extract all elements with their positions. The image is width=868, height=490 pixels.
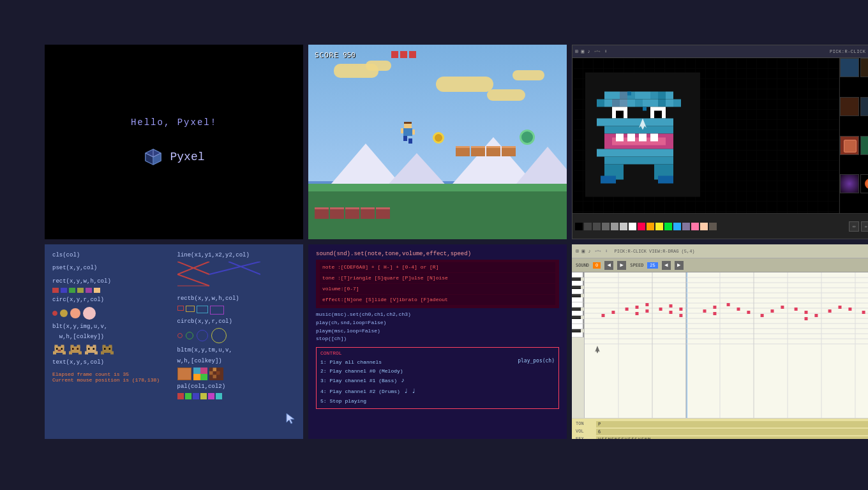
color-7[interactable] <box>638 223 645 230</box>
color-3[interactable] <box>602 223 610 230</box>
control-lines: 1: Play all channels 2: Play channel #0 … <box>320 358 511 406</box>
svg-rect-126 <box>645 303 648 306</box>
key-a4[interactable] <box>572 281 584 286</box>
bottom-data-grid: TON P VOL 6 EFX VFFNFNFFVFFSVFNN <box>576 421 868 439</box>
sprite-panel[interactable] <box>839 58 868 213</box>
svg-rect-69 <box>72 348 74 350</box>
sound-code-music: music(msc).set(ch0,ch1,ch2,ch3) <box>316 311 559 319</box>
svg-rect-34 <box>673 100 681 107</box>
panel-api: cls(col) pset(x,y,col) rect(x,y,w,h,col)… <box>45 244 303 439</box>
api-section: cls(col) pset(x,y,col) rect(x,y,w,h,col)… <box>52 251 296 428</box>
mouse-cursor-indicator <box>177 412 296 428</box>
svg-rect-67 <box>71 345 74 348</box>
svg-rect-11 <box>408 138 412 144</box>
svg-rect-24 <box>597 100 604 107</box>
color-14[interactable] <box>700 223 708 230</box>
svg-rect-143 <box>805 311 808 314</box>
svg-rect-23 <box>666 92 673 100</box>
svg-rect-142 <box>795 308 798 311</box>
color-4[interactable] <box>611 223 618 230</box>
ground-block <box>330 207 344 219</box>
control-title: CONTROL <box>320 350 555 356</box>
music-controls-bar: SOUND 0 ◀ ▶ SPEED 25 ◀ ▶ ▶ ⏸ <box>572 258 868 272</box>
circb-demo <box>177 328 296 343</box>
svg-rect-30 <box>643 100 650 107</box>
efx-label: EFX <box>576 436 595 439</box>
svg-rect-61 <box>56 348 58 350</box>
svg-rect-9 <box>403 128 412 136</box>
svg-rect-70 <box>77 348 79 350</box>
text-demo: Elapsed frame count is 35 Current mouse … <box>52 371 171 383</box>
svg-rect-10 <box>403 136 407 141</box>
svg-rect-28 <box>627 100 635 107</box>
color-5[interactable] <box>620 223 627 230</box>
sound-prev[interactable]: ◀ <box>604 261 613 270</box>
color-8[interactable] <box>647 223 654 230</box>
color-2[interactable] <box>593 223 601 230</box>
svg-rect-26 <box>612 100 620 107</box>
key-b3[interactable] <box>572 324 584 329</box>
speed-next[interactable]: ▶ <box>675 261 684 270</box>
cloud-2 <box>366 61 391 71</box>
music-grid[interactable] <box>585 272 868 418</box>
tool-pencil[interactable]: ✏ <box>861 221 868 232</box>
tool-select[interactable]: ▭ <box>849 221 859 232</box>
editor-canvas[interactable] <box>572 58 839 213</box>
api-bltm-1: bltm(x,y,tm,u,v, <box>177 346 296 355</box>
line-demo <box>177 262 296 290</box>
key-c5[interactable] <box>572 272 584 278</box>
svg-rect-19 <box>635 92 643 100</box>
key-c4[interactable] <box>572 319 584 324</box>
key-a3[interactable] <box>572 332 584 338</box>
ctrl-line-2: 2: Play channel #0 (Melody) <box>320 367 511 376</box>
color-6[interactable] <box>629 223 636 230</box>
svg-rect-29 <box>635 100 643 107</box>
color-9[interactable] <box>655 223 663 230</box>
key-e4[interactable] <box>572 302 584 308</box>
color-13[interactable] <box>691 223 699 230</box>
vol-label: VOL <box>576 429 595 435</box>
cloud-5 <box>513 70 544 80</box>
svg-rect-62 <box>61 348 63 350</box>
color-0[interactable] <box>575 223 583 230</box>
toolbar-hint-text: PICK:R-CLICK VIEW:R-DRAG (5,4) <box>830 49 868 54</box>
color-10[interactable] <box>664 223 672 230</box>
svg-rect-147 <box>839 306 842 309</box>
circ-demo <box>52 307 171 320</box>
api-left-col: cls(col) pset(x,y,col) rect(x,y,w,h,col)… <box>52 251 171 428</box>
color-1[interactable] <box>584 223 592 230</box>
svg-rect-45 <box>639 134 647 142</box>
sprite-canvas[interactable] <box>585 71 700 198</box>
speed-prev[interactable]: ◀ <box>662 261 671 270</box>
hello-text: Hello, Pyxel! <box>131 117 217 128</box>
sound-next[interactable]: ▶ <box>617 261 626 270</box>
control-content: 1: Play all channels 2: Play channel #0 … <box>320 358 555 406</box>
api-text: text(x,y,s,col) <box>52 358 171 367</box>
color-palette[interactable]: ▭ ✏ ⬜ ○ ● → <box>572 213 868 239</box>
pyxel-label: Pyxel <box>170 151 204 163</box>
sound-params-box: note :[CDEF6A8] + [ H-] + [0-4] or [R] t… <box>316 260 559 308</box>
play-pos-display: play_pos(ch) <box>511 358 555 406</box>
svg-rect-74 <box>87 345 90 348</box>
ground-block <box>376 207 390 219</box>
color-11[interactable] <box>673 223 681 230</box>
ground-block <box>345 207 359 219</box>
ground-top <box>308 184 567 191</box>
svg-rect-138 <box>747 311 750 314</box>
svg-rect-31 <box>650 100 658 107</box>
key-f4[interactable] <box>572 297 584 302</box>
sound-code-play: play(ch,snd,loop=False) <box>316 319 559 327</box>
key-d4[interactable] <box>572 311 584 316</box>
ctrl-line-1: 1: Play all channels <box>320 358 511 367</box>
editor-main-area <box>572 58 868 213</box>
color-12[interactable] <box>682 223 690 230</box>
svg-rect-83 <box>104 348 106 350</box>
panel-game: SCORE 950 <box>308 45 567 239</box>
svg-rect-77 <box>93 348 95 350</box>
panel-music: ⊞ ▣ ♪ ↩↪ ⬇ PICK:R-CLICK VIEW:R-DRAG (5,4… <box>572 244 868 439</box>
key-g4[interactable] <box>572 289 584 294</box>
svg-rect-68 <box>77 345 80 348</box>
editor-bottom-bar: IMAGE :: 0 ◀ ▶ <box>572 239 868 239</box>
svg-rect-94 <box>213 368 216 371</box>
color-15[interactable] <box>709 223 717 230</box>
